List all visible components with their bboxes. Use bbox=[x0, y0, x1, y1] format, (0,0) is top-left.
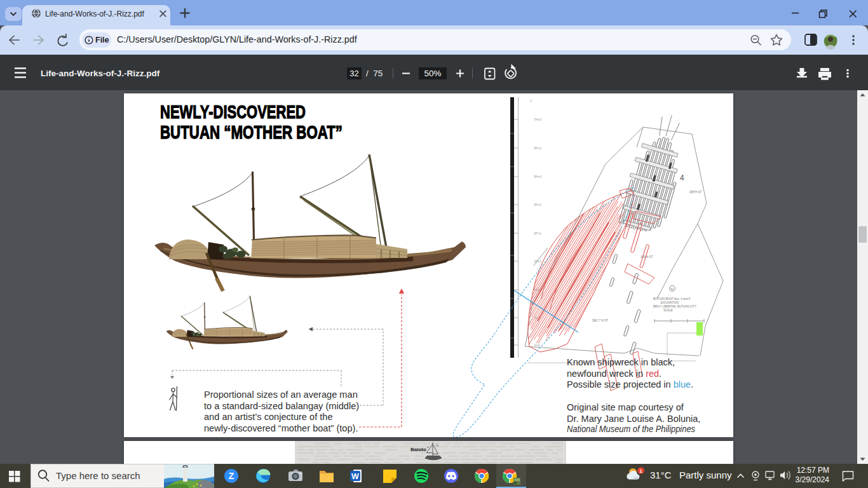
svg-text:1: 1 bbox=[530, 98, 532, 102]
svg-text:0+0: 0+0 bbox=[534, 343, 540, 347]
svg-text:SEC 7 th ST: SEC 7 th ST bbox=[592, 319, 608, 322]
svg-text:newly-discovered “mother boat”: newly-discovered “mother boat” (top). bbox=[204, 423, 358, 433]
svg-text:BUTUAN BOAT Nos. 4 and 5: BUTUAN BOAT Nos. 4 and 5 bbox=[653, 297, 691, 301]
svg-text:1H+1: 1H+1 bbox=[534, 259, 541, 263]
svg-text:EXCAVATION: EXCAVATION bbox=[661, 301, 679, 304]
svg-text:and an artist’s conjecture of: and an artist’s conjecture of the bbox=[204, 412, 333, 422]
svg-text:4: 4 bbox=[680, 173, 684, 182]
svg-text:Possible size projected in blu: Possible size projected in blue. bbox=[567, 379, 693, 390]
svg-text:BUTUAN “MOTHER BOAT”: BUTUAN “MOTHER BOAT” bbox=[160, 121, 342, 142]
svg-text:N: N bbox=[671, 287, 674, 291]
svg-text:5H+0: 5H+0 bbox=[534, 175, 541, 179]
svg-text:3H+1: 3H+1 bbox=[534, 203, 541, 207]
svg-text:NEWLY-DISCOVERED: NEWLY-DISCOVERED bbox=[160, 101, 306, 122]
svg-text:Dr. Mary Jane Louise A. Boluni: Dr. Mary Jane Louise A. Bolunia, bbox=[567, 414, 700, 424]
svg-text:Baloto: Baloto bbox=[410, 447, 426, 452]
svg-text:Proportional sizes of an avera: Proportional sizes of an average man bbox=[204, 390, 358, 400]
svg-text:7H+0: 7H+0 bbox=[534, 118, 541, 121]
svg-text:W: W bbox=[351, 472, 359, 481]
svg-text:BRGY LIBERTAD, BUTUAN CITY: BRGY LIBERTAD, BUTUAN CITY bbox=[653, 305, 696, 308]
svg-text:Known shipwreck in black,: Known shipwreck in black, bbox=[567, 357, 675, 367]
svg-text:SCALE: SCALE bbox=[663, 309, 673, 312]
svg-text:2H+1: 2H+1 bbox=[534, 231, 541, 235]
svg-text:Z: Z bbox=[229, 471, 234, 481]
svg-text:newfound wreck in red.: newfound wreck in red. bbox=[567, 369, 661, 379]
svg-text:5H+1: 5H+1 bbox=[534, 146, 541, 150]
svg-text:Original site map courtesy of: Original site map courtesy of bbox=[567, 402, 684, 412]
svg-text:National Museum of the Philipp: National Museum of the Philippines bbox=[567, 424, 695, 434]
svg-text:100 th ST: 100 th ST bbox=[641, 255, 653, 259]
svg-text:to a standard-sized balangay (: to a standard-sized balangay (middle) bbox=[204, 401, 359, 411]
svg-text:DBTH ST: DBTH ST bbox=[689, 191, 702, 194]
svg-text:1: 1 bbox=[639, 468, 642, 474]
